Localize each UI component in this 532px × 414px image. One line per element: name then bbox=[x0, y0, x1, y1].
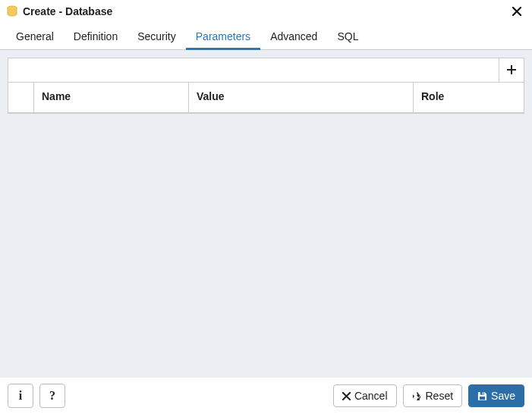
plus-icon bbox=[507, 63, 516, 78]
create-database-dialog: Create - Database General Definition Sec… bbox=[0, 0, 532, 414]
tab-general[interactable]: General bbox=[6, 24, 64, 50]
dialog-footer: i ? Cancel Reset bbox=[0, 378, 532, 414]
close-icon[interactable] bbox=[509, 4, 524, 19]
save-icon bbox=[477, 391, 487, 401]
question-icon: ? bbox=[49, 389, 55, 403]
svg-rect-3 bbox=[480, 396, 485, 399]
dialog-title: Create - Database bbox=[23, 5, 509, 17]
info-button[interactable]: i bbox=[8, 384, 33, 408]
column-header-role: Role bbox=[414, 83, 524, 112]
reset-button-label: Reset bbox=[426, 390, 454, 402]
tab-parameters[interactable]: Parameters bbox=[186, 24, 260, 50]
cancel-button[interactable]: Cancel bbox=[333, 384, 397, 407]
column-handle bbox=[8, 83, 34, 112]
add-row-button[interactable] bbox=[499, 58, 524, 82]
save-button-label: Save bbox=[491, 390, 515, 402]
database-icon bbox=[6, 5, 18, 17]
svg-rect-2 bbox=[483, 392, 483, 394]
tab-sql[interactable]: SQL bbox=[327, 24, 368, 50]
parameters-toolbar bbox=[8, 58, 524, 83]
column-header-name: Name bbox=[34, 83, 189, 112]
tab-security[interactable]: Security bbox=[127, 24, 186, 50]
close-icon bbox=[342, 392, 351, 400]
dialog-titlebar: Create - Database bbox=[0, 0, 532, 23]
help-button[interactable]: ? bbox=[39, 384, 65, 408]
tab-advanced[interactable]: Advanced bbox=[260, 24, 327, 50]
cancel-button-label: Cancel bbox=[354, 390, 388, 402]
reset-button[interactable]: Reset bbox=[403, 384, 463, 407]
parameters-grid-header: Name Value Role bbox=[8, 83, 524, 113]
tab-definition[interactable]: Definition bbox=[64, 24, 127, 50]
info-icon: i bbox=[19, 389, 22, 403]
dialog-tabs: General Definition Security Parameters A… bbox=[0, 23, 532, 50]
save-button[interactable]: Save bbox=[468, 384, 524, 407]
parameters-panel: Name Value Role bbox=[8, 58, 524, 114]
column-header-value: Value bbox=[189, 83, 414, 112]
dialog-content: Name Value Role bbox=[0, 50, 532, 378]
recycle-icon bbox=[412, 391, 422, 401]
